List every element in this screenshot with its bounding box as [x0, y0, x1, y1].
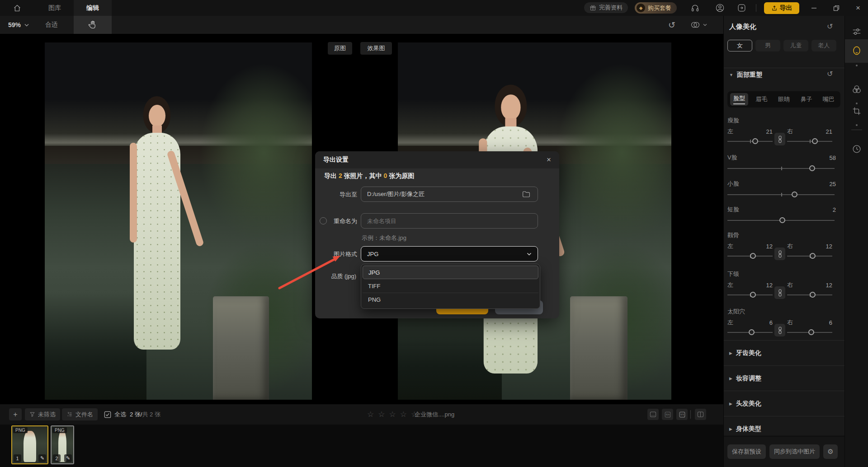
face-tab-脸型[interactable]: 脸型 — [730, 93, 748, 106]
slider-value: 6 — [829, 319, 832, 326]
face-reshape-header[interactable]: ▼ 面部重塑 — [729, 71, 762, 79]
show-effect-badge-button[interactable]: YY — [676, 409, 688, 420]
slider-handle[interactable] — [750, 253, 756, 259]
slider-handle[interactable] — [792, 191, 797, 197]
slider-track[interactable] — [787, 329, 832, 335]
portrait-tool-button[interactable] — [845, 39, 868, 63]
section-label: 身体美型 — [736, 425, 761, 433]
format-option-JPG[interactable]: JPG — [363, 266, 538, 279]
original-label[interactable]: 原图 — [328, 42, 352, 55]
gender-chip-男[interactable]: 男 — [755, 40, 780, 51]
hand-tool-button[interactable] — [74, 16, 112, 34]
slider-track[interactable] — [787, 253, 832, 259]
minimize-button[interactable] — [805, 0, 823, 16]
star-icon[interactable]: ☆ — [367, 410, 374, 419]
face-tab-眼睛[interactable]: 眼睛 — [775, 93, 793, 106]
rename-input[interactable] — [361, 213, 538, 229]
slider-track[interactable] — [727, 292, 773, 298]
link-sliders-button[interactable] — [774, 248, 785, 260]
effect-label[interactable]: 效果图 — [360, 42, 392, 55]
home-button[interactable] — [6, 0, 28, 16]
slider-handle[interactable] — [779, 217, 785, 223]
compare-view-button[interactable] — [690, 21, 707, 29]
slider-handle[interactable] — [752, 138, 758, 144]
purchase-plan-button[interactable]: ◆ 购买套餐 — [635, 2, 677, 14]
save-preset-button[interactable]: 保存新预设 — [727, 444, 766, 459]
slider-track[interactable] — [727, 165, 835, 171]
crop-tool-button[interactable] — [845, 101, 868, 121]
star-rating[interactable]: ☆☆☆☆☆ — [367, 408, 422, 420]
slider-dual-row: 左21右21 — [727, 127, 836, 148]
sync-to-selected-button[interactable]: 同步到选中图片 — [769, 444, 820, 459]
link-sliders-button[interactable] — [774, 324, 785, 336]
slider-track[interactable] — [727, 138, 773, 144]
thumbnail-2[interactable]: PNG2✎ — [51, 425, 74, 464]
export-path-field[interactable] — [361, 187, 538, 202]
filmstrip-toggle-button[interactable] — [647, 409, 659, 420]
filename-example: 示例：未命名.jpg — [362, 234, 406, 242]
slider-track[interactable] — [727, 329, 773, 335]
gender-chip-儿童[interactable]: 儿童 — [783, 40, 808, 51]
export-button[interactable]: 导出 — [764, 2, 799, 14]
face-feature-tabs: 脸型眉毛眼睛鼻子嘴巴 — [727, 91, 840, 107]
link-sliders-button[interactable] — [774, 133, 785, 145]
complete-profile-button[interactable]: 完善资料 — [584, 2, 628, 13]
format-option-PNG[interactable]: PNG — [363, 293, 538, 306]
tab-edit[interactable]: 编辑 — [74, 0, 112, 16]
star-icon[interactable]: ☆ — [378, 410, 385, 419]
slider-handle[interactable] — [812, 138, 818, 144]
face-reshape-reset-button[interactable]: ↺ — [827, 70, 833, 78]
add-photos-button[interactable]: + — [9, 408, 22, 420]
filter-button[interactable]: 未筛选 — [25, 408, 60, 420]
panel-reset-button[interactable]: ↺ — [827, 22, 833, 31]
sort-button[interactable]: 文件名 — [62, 408, 98, 420]
show-original-badge-button[interactable]: RA — [662, 409, 673, 420]
sync-settings-button[interactable]: ⚙ — [823, 444, 838, 459]
slider-track[interactable] — [727, 253, 773, 259]
link-sliders-button[interactable] — [774, 286, 785, 299]
slider-handle[interactable] — [809, 165, 815, 171]
section-妆容调整[interactable]: ▶妆容调整 — [724, 365, 845, 391]
slider-track[interactable] — [727, 191, 835, 197]
slider-handle[interactable] — [749, 329, 755, 335]
face-tab-嘴巴[interactable]: 嘴巴 — [820, 93, 838, 106]
browse-folder-button[interactable] — [522, 191, 530, 198]
gender-chip-老人[interactable]: 老人 — [811, 40, 836, 51]
history-tool-button[interactable] — [845, 139, 868, 159]
select-all-control[interactable]: 全选 — [104, 408, 126, 420]
slider-value: 21 — [766, 128, 773, 135]
undo-button[interactable]: ↺ — [668, 20, 675, 30]
star-icon[interactable]: ☆ — [389, 410, 396, 419]
support-button[interactable] — [690, 3, 700, 13]
format-option-TIFF[interactable]: TIFF — [363, 279, 538, 293]
section-头发美化[interactable]: ▶头发美化 — [724, 391, 845, 416]
slider-handle[interactable] — [808, 329, 814, 335]
maximize-button[interactable] — [827, 0, 845, 16]
close-window-button[interactable]: × — [849, 0, 867, 16]
face-tab-眉毛[interactable]: 眉毛 — [753, 93, 771, 106]
fit-button[interactable]: 合适 — [45, 16, 58, 34]
slider-handle[interactable] — [750, 292, 756, 298]
slider-track[interactable] — [787, 292, 832, 298]
tab-gallery[interactable]: 图库 — [36, 0, 74, 16]
split-view-button[interactable] — [695, 409, 706, 420]
share-button[interactable] — [737, 3, 746, 13]
gender-chip-女[interactable]: 女 — [727, 40, 752, 51]
thumbnail-1[interactable]: PNG1✎ — [11, 425, 48, 464]
slider-dual-row: 左12右12 — [727, 281, 836, 302]
account-button[interactable] — [715, 3, 725, 13]
star-icon[interactable]: ☆ — [400, 410, 407, 419]
filters-tool-button[interactable] — [845, 79, 868, 100]
slider-handle[interactable] — [810, 292, 816, 298]
format-dropdown[interactable]: JPG — [361, 246, 538, 262]
zoom-level-control[interactable]: 59% — [8, 16, 29, 34]
slider-track[interactable] — [727, 217, 835, 223]
section-牙齿美化[interactable]: ▶牙齿美化 — [724, 340, 845, 365]
face-tab-鼻子[interactable]: 鼻子 — [797, 93, 816, 106]
slider-handle[interactable] — [810, 253, 816, 259]
dialog-close-button[interactable]: × — [547, 155, 551, 164]
slider-track[interactable] — [787, 138, 832, 144]
svg-text:RA: RA — [665, 413, 670, 416]
face-icon — [851, 45, 862, 57]
original-photo[interactable] — [45, 42, 312, 400]
